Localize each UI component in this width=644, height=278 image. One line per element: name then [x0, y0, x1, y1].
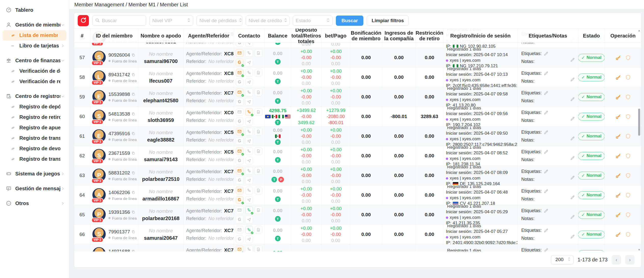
email-icon[interactable] [236, 206, 243, 214]
status-normal-pill[interactable]: ✓Normal [578, 191, 605, 199]
security-shield-icon[interactable] [625, 153, 631, 159]
edit-notes-pencil-icon[interactable] [570, 156, 575, 160]
refresh-button[interactable] [78, 15, 89, 26]
copy-icon[interactable] [131, 151, 135, 155]
telegram-plane-icon[interactable] [245, 216, 253, 223]
copy-icon[interactable] [131, 171, 135, 175]
sim-card-icon[interactable] [255, 89, 262, 96]
security-shield-icon[interactable] [625, 232, 631, 237]
sidebar-item-registro-de-retiro[interactable]: Registro de retiro [0, 112, 69, 122]
status-normal-pill[interactable]: ✓Normal [578, 93, 605, 101]
edit-tags-pencil-icon[interactable] [544, 228, 549, 233]
page-size-select[interactable]: 200 [551, 255, 573, 264]
status-normal-pill[interactable]: ✓Normal [578, 54, 605, 62]
copy-icon[interactable] [131, 132, 135, 135]
email-icon[interactable] [236, 128, 243, 135]
reset-password-key-icon[interactable] [615, 133, 621, 139]
reset-password-key-icon[interactable] [615, 251, 621, 252]
table-scrollbar[interactable]: ▲ ▼ [637, 29, 641, 251]
telegram-plane-icon[interactable] [245, 78, 253, 86]
copy-icon[interactable] [131, 53, 135, 57]
sidebar-item-sistema-de-juegos[interactable]: Sistema de juegos [0, 168, 69, 179]
g-app-icon[interactable]: G [236, 98, 243, 106]
g-app-icon[interactable]: G [236, 157, 243, 165]
phone-icon[interactable] [245, 49, 253, 57]
sidebar-item-registro-de-dep-sitos[interactable]: Registro de depósitos [0, 102, 69, 112]
reset-password-key-icon[interactable] [615, 232, 621, 237]
g-app-icon[interactable]: G [236, 118, 243, 125]
security-shield-icon[interactable] [625, 192, 631, 198]
sidebar-item-tablero[interactable]: Tablero [0, 5, 69, 15]
security-shield-icon[interactable] [625, 133, 631, 139]
g-app-icon[interactable]: G [236, 235, 243, 243]
sidebar-item-lista-de-miembros[interactable]: Lista de miembros [3, 30, 66, 41]
phone-icon[interactable] [245, 108, 253, 116]
copy-icon[interactable] [131, 73, 135, 77]
sidebar-item-libro-de-tarjetas-de[interactable]: Libro de tarjetas de ... [0, 41, 69, 51]
g-app-icon[interactable]: G [236, 196, 243, 204]
phone-icon[interactable] [245, 167, 253, 175]
sidebar-item-centro-de-registros[interactable]: Centro de registros [0, 91, 69, 102]
search-field[interactable] [92, 16, 146, 26]
edit-tags-pencil-icon[interactable] [544, 51, 549, 56]
sim-card-icon[interactable] [255, 147, 262, 155]
prev-page-button[interactable]: ‹ [612, 255, 621, 264]
status-normal-pill[interactable]: ✓Normal [578, 113, 605, 121]
loss-level-select[interactable]: Nivel de pérdidas [197, 16, 242, 26]
edit-tags-pencil-icon[interactable] [544, 208, 549, 213]
clear-filters-button[interactable]: Limpiar filtros [367, 16, 409, 26]
phone-icon[interactable] [245, 206, 253, 214]
telegram-plane-icon[interactable] [245, 118, 253, 125]
security-shield-icon[interactable] [625, 173, 631, 179]
scroll-down-icon[interactable]: ▼ [638, 248, 641, 251]
security-shield-icon[interactable] [625, 114, 631, 120]
phone-icon[interactable] [245, 187, 253, 194]
phone-icon[interactable] [245, 69, 253, 77]
sim-card-icon[interactable] [255, 128, 262, 135]
status-normal-pill[interactable]: ✓Normal [578, 132, 605, 140]
reset-password-key-icon[interactable] [615, 114, 621, 120]
reset-password-key-icon[interactable] [615, 74, 621, 80]
phone-icon[interactable] [245, 89, 253, 96]
edit-notes-pencil-icon[interactable] [570, 77, 575, 82]
g-app-icon[interactable]: G [236, 59, 243, 66]
security-shield-icon[interactable] [625, 212, 631, 218]
edit-notes-pencil-icon[interactable] [570, 97, 575, 102]
edit-notes-pencil-icon[interactable] [570, 57, 575, 62]
copy-icon[interactable] [131, 249, 135, 251]
email-icon[interactable] [236, 187, 243, 194]
sidebar-item-gesti-n-de-miembros[interactable]: Gestión de miembros [0, 19, 69, 30]
security-shield-icon[interactable] [625, 94, 631, 100]
sim-card-icon[interactable] [255, 167, 262, 175]
sim-card-icon[interactable] [255, 108, 262, 116]
reset-password-key-icon[interactable] [615, 153, 621, 159]
copy-icon[interactable] [131, 191, 135, 194]
edit-tags-pencil-icon[interactable] [544, 71, 549, 76]
edit-notes-pencil-icon[interactable] [570, 214, 575, 219]
reset-password-key-icon[interactable] [615, 55, 621, 61]
table-scroll-area[interactable]: #ID del miembroNombre o apodoAgente/Refe… [74, 29, 641, 251]
status-normal-pill[interactable]: ✓Normal [578, 152, 605, 160]
reset-password-key-icon[interactable] [615, 212, 621, 218]
edit-notes-pencil-icon[interactable] [570, 175, 575, 180]
security-shield-icon[interactable] [625, 74, 631, 80]
sim-card-icon[interactable] [255, 69, 262, 77]
edit-notes-pencil-icon[interactable] [570, 234, 575, 239]
g-app-icon[interactable]: G [236, 137, 243, 145]
copy-icon[interactable] [131, 112, 135, 116]
sidebar-item-otros[interactable]: Otros [0, 198, 69, 209]
g-app-icon[interactable]: G [236, 216, 243, 223]
edit-tags-pencil-icon[interactable] [544, 130, 549, 135]
sidebar-item-centro-de-finanzas[interactable]: Centro de finanzas [0, 55, 69, 66]
sidebar-item-verificaci-n-de-retiro[interactable]: Verificación de retiro [0, 76, 69, 87]
email-icon[interactable] [236, 108, 243, 116]
g-app-icon[interactable]: G [236, 78, 243, 86]
sim-card-icon[interactable] [255, 187, 262, 194]
copy-icon[interactable] [131, 230, 135, 234]
reset-password-key-icon[interactable] [615, 173, 621, 179]
scroll-up-icon[interactable]: ▲ [638, 29, 641, 32]
copy-icon[interactable] [131, 210, 135, 214]
edit-notes-pencil-icon[interactable] [570, 195, 575, 200]
telegram-plane-icon[interactable] [245, 98, 253, 106]
g-app-icon[interactable]: G [236, 176, 243, 184]
